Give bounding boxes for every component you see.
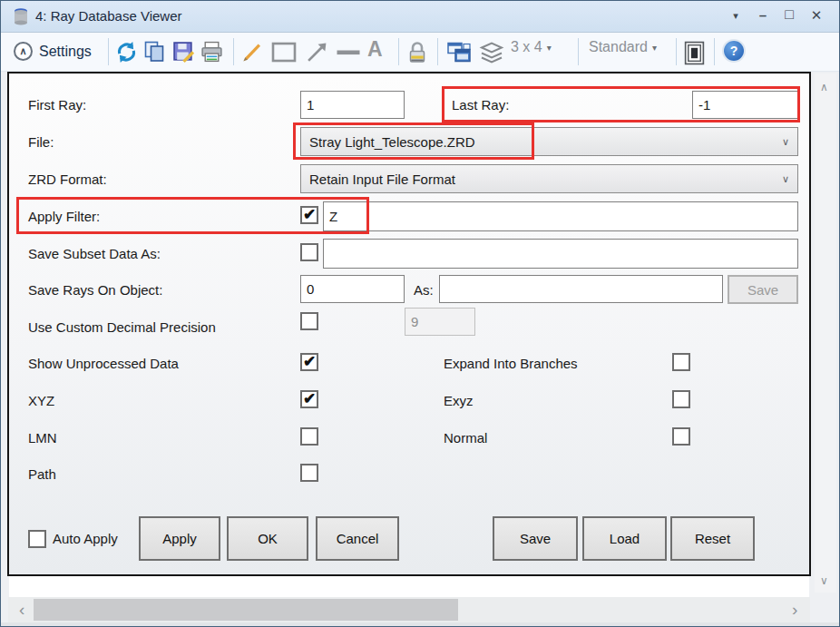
dropdown-arrow-icon: ▾ <box>547 43 552 53</box>
save-rays-save-button[interactable]: Save <box>728 275 798 304</box>
normal-label: Normal <box>444 430 487 446</box>
maximize-icon[interactable]: □ <box>779 6 799 23</box>
refresh-icon <box>115 41 138 64</box>
tile-windows-icon <box>446 41 472 64</box>
apply-filter-input[interactable] <box>323 201 798 231</box>
show-unprocessed-checkbox[interactable]: ✔ <box>300 353 318 371</box>
refresh-button[interactable] <box>115 41 138 64</box>
scroll-down-icon[interactable]: ∨ <box>820 574 828 587</box>
save-subset-label: Save Subset Data As: <box>28 246 161 261</box>
save-subset-checkbox[interactable] <box>300 243 318 261</box>
copy-button[interactable] <box>143 41 165 63</box>
save-floppy-icon <box>172 41 195 64</box>
window-menu-icon[interactable]: ▾ <box>726 10 746 22</box>
print-button[interactable] <box>200 41 223 64</box>
reset-button[interactable]: Reset <box>670 516 755 561</box>
file-dropdown-value: Stray Light_Telescope.ZRD <box>309 134 475 150</box>
lock-button[interactable] <box>406 41 428 64</box>
apply-filter-label: Apply Filter: <box>28 209 100 224</box>
toolbar-separator <box>108 38 109 65</box>
content-bottom-strip <box>9 576 809 597</box>
file-label: File: <box>28 134 54 150</box>
expand-branches-checkbox[interactable] <box>672 353 690 371</box>
auto-apply-checkbox[interactable] <box>28 530 46 548</box>
toolbar-separator <box>398 38 399 65</box>
tile-windows-button[interactable] <box>446 41 472 64</box>
first-ray-label: First Ray: <box>28 97 86 113</box>
settings-panel: First Ray: Last Ray: File: Stray Light_T… <box>7 72 811 576</box>
zrd-format-dropdown[interactable]: Retain Input File Format ∨ <box>300 164 798 193</box>
grid-size-dropdown[interactable]: 3 x 4 ▾ <box>511 39 552 55</box>
arrow-icon <box>306 41 328 64</box>
show-unprocessed-label: Show Unprocessed Data <box>28 356 179 371</box>
save-button-toolbar[interactable] <box>172 41 195 64</box>
title-bar[interactable]: 4: Ray Database Viewer ▾ – □ ✕ <box>1 1 839 33</box>
save-rays-label: Save Rays On Object: <box>28 282 162 298</box>
lock-icon <box>406 41 428 64</box>
ray-database-viewer-window: 4: Ray Database Viewer ▾ – □ ✕ ∧ Setting… <box>0 0 840 627</box>
frame-button[interactable] <box>684 41 705 65</box>
scroll-right-icon[interactable]: › <box>792 600 797 620</box>
horizontal-scrollbar[interactable]: ‹ › <box>8 597 810 622</box>
apply-button[interactable]: Apply <box>139 516 220 561</box>
save-settings-button[interactable]: Save <box>493 516 578 561</box>
save-subset-input[interactable] <box>323 239 798 269</box>
normal-checkbox[interactable] <box>672 427 690 446</box>
precision-checkbox[interactable] <box>300 312 318 330</box>
rectangle-tool-button[interactable] <box>271 41 297 64</box>
settings-button[interactable]: ∧ Settings <box>10 37 95 65</box>
apply-filter-checkbox[interactable]: ✔ <box>300 206 318 224</box>
style-dropdown[interactable]: Standard ▾ <box>589 39 657 55</box>
check-icon: ✔ <box>303 391 316 407</box>
dropdown-arrow-icon: ▾ <box>652 43 657 53</box>
copy-icon <box>143 41 165 63</box>
scroll-up-icon[interactable]: ∧ <box>820 81 828 93</box>
lmn-label: LMN <box>28 430 57 446</box>
chevron-up-circle-icon: ∧ <box>14 42 33 61</box>
load-button[interactable]: Load <box>582 516 667 561</box>
precision-label: Use Custom Decimal Precision <box>28 319 216 335</box>
minimize-icon[interactable]: – <box>753 7 773 23</box>
pencil-icon <box>240 41 263 64</box>
layers-icon <box>479 41 504 64</box>
path-checkbox[interactable] <box>300 464 318 482</box>
cancel-button[interactable]: Cancel <box>316 516 399 561</box>
check-icon: ✔ <box>303 354 316 369</box>
vertical-scrollbar[interactable]: ∧ ∨ <box>815 73 836 593</box>
save-rays-as-label: As: <box>414 282 434 298</box>
save-rays-as-input[interactable] <box>439 275 723 303</box>
zrd-format-label: ZRD Format: <box>28 171 107 187</box>
line-tool-button[interactable] <box>336 41 361 64</box>
horizontal-scrollbar-thumb[interactable] <box>34 599 458 621</box>
pencil-tool-button[interactable] <box>240 41 263 64</box>
toolbar-separator <box>233 38 234 65</box>
auto-apply-label: Auto Apply <box>53 531 118 546</box>
help-button[interactable]: ? <box>724 41 744 61</box>
xyz-checkbox[interactable]: ✔ <box>300 390 318 408</box>
arrow-tool-button[interactable] <box>306 41 328 64</box>
toolbar-separator <box>714 38 715 65</box>
file-dropdown[interactable]: Stray Light_Telescope.ZRD ∨ <box>300 127 798 156</box>
first-ray-input[interactable] <box>300 91 405 119</box>
scroll-left-icon[interactable]: ‹ <box>19 600 24 620</box>
rectangle-icon <box>271 41 297 64</box>
xyz-label: XYZ <box>28 393 54 408</box>
precision-input <box>405 308 475 336</box>
toolbar-separator <box>437 38 438 65</box>
exyz-checkbox[interactable] <box>672 390 690 408</box>
chevron-down-icon: ∨ <box>782 136 789 148</box>
last-ray-label: Last Ray: <box>452 97 509 113</box>
database-cylinder-icon <box>13 6 29 26</box>
save-rays-object-input[interactable] <box>300 275 405 303</box>
lmn-checkbox[interactable] <box>300 427 318 446</box>
toolbar-separator <box>578 38 579 65</box>
last-ray-input[interactable] <box>692 91 798 119</box>
ok-button[interactable]: OK <box>227 516 308 561</box>
toolbar-separator <box>676 38 677 65</box>
check-icon: ✔ <box>303 207 316 222</box>
close-icon[interactable]: ✕ <box>806 7 826 24</box>
text-tool-button[interactable]: A <box>367 38 383 60</box>
layers-button[interactable] <box>479 41 504 64</box>
help-icon: ? <box>724 41 744 61</box>
printer-icon <box>200 41 223 64</box>
